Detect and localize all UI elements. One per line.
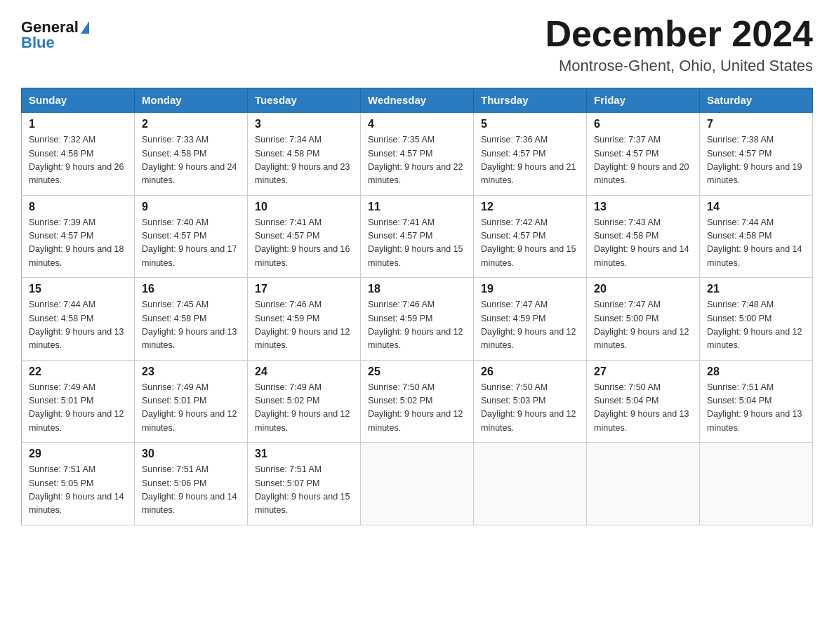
day-info: Sunrise: 7:49 AMSunset: 5:01 PMDaylight:…	[29, 381, 127, 436]
day-info: Sunrise: 7:50 AMSunset: 5:04 PMDaylight:…	[594, 381, 692, 436]
calendar-day-cell: 28Sunrise: 7:51 AMSunset: 5:04 PMDayligh…	[700, 360, 813, 443]
logo-triangle-icon	[81, 21, 89, 34]
logo-blue-text: Blue	[21, 35, 55, 51]
day-info: Sunrise: 7:38 AMSunset: 4:57 PMDaylight:…	[707, 133, 805, 188]
calendar-day-cell: 21Sunrise: 7:48 AMSunset: 5:00 PMDayligh…	[700, 278, 813, 361]
day-number: 7	[707, 118, 805, 130]
calendar-day-cell: 17Sunrise: 7:46 AMSunset: 4:59 PMDayligh…	[248, 278, 361, 361]
day-number: 21	[707, 283, 805, 295]
calendar-week-row: 29Sunrise: 7:51 AMSunset: 5:05 PMDayligh…	[22, 443, 813, 525]
day-number: 2	[142, 118, 240, 130]
calendar-day-cell: 3Sunrise: 7:34 AMSunset: 4:58 PMDaylight…	[248, 112, 361, 195]
day-info: Sunrise: 7:46 AMSunset: 4:59 PMDaylight:…	[255, 298, 353, 353]
day-info: Sunrise: 7:45 AMSunset: 4:58 PMDaylight:…	[142, 298, 240, 353]
calendar-week-row: 15Sunrise: 7:44 AMSunset: 4:58 PMDayligh…	[22, 278, 813, 361]
day-number: 6	[594, 118, 692, 130]
day-number: 18	[368, 283, 466, 295]
calendar-week-row: 1Sunrise: 7:32 AMSunset: 4:58 PMDaylight…	[22, 112, 813, 195]
calendar-table: Sunday Monday Tuesday Wednesday Thursday…	[21, 88, 813, 525]
day-number: 10	[255, 201, 353, 213]
header-wednesday: Wednesday	[361, 88, 474, 113]
calendar-day-cell	[474, 443, 587, 525]
calendar-day-cell: 11Sunrise: 7:41 AMSunset: 4:57 PMDayligh…	[361, 195, 474, 278]
day-number: 17	[255, 283, 353, 295]
day-info: Sunrise: 7:43 AMSunset: 4:58 PMDaylight:…	[594, 216, 692, 271]
calendar-day-cell: 20Sunrise: 7:47 AMSunset: 5:00 PMDayligh…	[587, 278, 700, 361]
calendar-day-cell	[587, 443, 700, 525]
day-number: 23	[142, 365, 240, 378]
day-number: 4	[368, 118, 466, 130]
day-number: 14	[707, 201, 805, 213]
day-info: Sunrise: 7:50 AMSunset: 5:02 PMDaylight:…	[368, 381, 466, 436]
calendar-day-cell	[700, 443, 813, 525]
day-number: 5	[481, 118, 579, 130]
day-info: Sunrise: 7:36 AMSunset: 4:57 PMDaylight:…	[481, 133, 579, 188]
day-info: Sunrise: 7:49 AMSunset: 5:02 PMDaylight:…	[255, 381, 353, 436]
day-info: Sunrise: 7:39 AMSunset: 4:57 PMDaylight:…	[29, 216, 127, 271]
page-header: General Blue December 2024 Montrose-Ghen…	[21, 14, 813, 75]
day-number: 9	[142, 201, 240, 213]
day-info: Sunrise: 7:47 AMSunset: 5:00 PMDaylight:…	[594, 298, 692, 353]
calendar-day-cell: 19Sunrise: 7:47 AMSunset: 4:59 PMDayligh…	[474, 278, 587, 361]
logo-general-text: General	[21, 20, 79, 35]
calendar-day-cell: 1Sunrise: 7:32 AMSunset: 4:58 PMDaylight…	[22, 112, 135, 195]
day-info: Sunrise: 7:51 AMSunset: 5:06 PMDaylight:…	[142, 463, 240, 518]
calendar-day-cell: 26Sunrise: 7:50 AMSunset: 5:03 PMDayligh…	[474, 360, 587, 443]
calendar-day-cell: 22Sunrise: 7:49 AMSunset: 5:01 PMDayligh…	[22, 360, 135, 443]
calendar-day-cell: 15Sunrise: 7:44 AMSunset: 4:58 PMDayligh…	[22, 278, 135, 361]
day-info: Sunrise: 7:44 AMSunset: 4:58 PMDaylight:…	[29, 298, 127, 353]
header-tuesday: Tuesday	[248, 88, 361, 113]
day-info: Sunrise: 7:46 AMSunset: 4:59 PMDaylight:…	[368, 298, 466, 353]
day-number: 31	[255, 448, 353, 460]
calendar-day-cell: 25Sunrise: 7:50 AMSunset: 5:02 PMDayligh…	[361, 360, 474, 443]
calendar-day-cell: 7Sunrise: 7:38 AMSunset: 4:57 PMDaylight…	[700, 112, 813, 195]
header-sunday: Sunday	[22, 88, 135, 113]
day-number: 12	[481, 201, 579, 213]
day-number: 19	[481, 283, 579, 295]
calendar-day-cell: 16Sunrise: 7:45 AMSunset: 4:58 PMDayligh…	[135, 278, 248, 361]
day-number: 29	[29, 448, 127, 460]
day-number: 15	[29, 283, 127, 295]
day-info: Sunrise: 7:32 AMSunset: 4:58 PMDaylight:…	[29, 133, 127, 188]
day-number: 3	[255, 118, 353, 130]
calendar-day-cell: 14Sunrise: 7:44 AMSunset: 4:58 PMDayligh…	[700, 195, 813, 278]
day-number: 13	[594, 201, 692, 213]
day-info: Sunrise: 7:50 AMSunset: 5:03 PMDaylight:…	[481, 381, 579, 436]
calendar-day-cell: 27Sunrise: 7:50 AMSunset: 5:04 PMDayligh…	[587, 360, 700, 443]
calendar-day-cell: 30Sunrise: 7:51 AMSunset: 5:06 PMDayligh…	[135, 443, 248, 525]
day-number: 8	[29, 201, 127, 213]
day-number: 24	[255, 365, 353, 378]
day-info: Sunrise: 7:49 AMSunset: 5:01 PMDaylight:…	[142, 381, 240, 436]
day-info: Sunrise: 7:41 AMSunset: 4:57 PMDaylight:…	[368, 216, 466, 271]
day-number: 30	[142, 448, 240, 460]
day-number: 25	[368, 365, 466, 378]
calendar-day-cell	[361, 443, 474, 525]
calendar-day-cell: 29Sunrise: 7:51 AMSunset: 5:05 PMDayligh…	[22, 443, 135, 525]
day-info: Sunrise: 7:44 AMSunset: 4:58 PMDaylight:…	[707, 216, 805, 271]
day-number: 28	[707, 365, 805, 378]
calendar-week-row: 22Sunrise: 7:49 AMSunset: 5:01 PMDayligh…	[22, 360, 813, 443]
weekday-header-row: Sunday Monday Tuesday Wednesday Thursday…	[22, 88, 813, 113]
page-subtitle: Montrose-Ghent, Ohio, United States	[545, 57, 813, 75]
day-info: Sunrise: 7:51 AMSunset: 5:05 PMDaylight:…	[29, 463, 127, 518]
calendar-week-row: 8Sunrise: 7:39 AMSunset: 4:57 PMDaylight…	[22, 195, 813, 278]
calendar-day-cell: 5Sunrise: 7:36 AMSunset: 4:57 PMDaylight…	[474, 112, 587, 195]
day-number: 26	[481, 365, 579, 378]
calendar-day-cell: 24Sunrise: 7:49 AMSunset: 5:02 PMDayligh…	[248, 360, 361, 443]
day-info: Sunrise: 7:41 AMSunset: 4:57 PMDaylight:…	[255, 216, 353, 271]
calendar-day-cell: 13Sunrise: 7:43 AMSunset: 4:58 PMDayligh…	[587, 195, 700, 278]
calendar-day-cell: 4Sunrise: 7:35 AMSunset: 4:57 PMDaylight…	[361, 112, 474, 195]
day-info: Sunrise: 7:35 AMSunset: 4:57 PMDaylight:…	[368, 133, 466, 188]
day-info: Sunrise: 7:42 AMSunset: 4:57 PMDaylight:…	[481, 216, 579, 271]
day-number: 1	[29, 118, 127, 130]
day-info: Sunrise: 7:47 AMSunset: 4:59 PMDaylight:…	[481, 298, 579, 353]
day-number: 16	[142, 283, 240, 295]
calendar-day-cell: 2Sunrise: 7:33 AMSunset: 4:58 PMDaylight…	[135, 112, 248, 195]
header-thursday: Thursday	[474, 88, 587, 113]
day-number: 27	[594, 365, 692, 378]
day-info: Sunrise: 7:34 AMSunset: 4:58 PMDaylight:…	[255, 133, 353, 188]
header-monday: Monday	[135, 88, 248, 113]
day-info: Sunrise: 7:33 AMSunset: 4:58 PMDaylight:…	[142, 133, 240, 188]
day-info: Sunrise: 7:51 AMSunset: 5:04 PMDaylight:…	[707, 381, 805, 436]
day-number: 20	[594, 283, 692, 295]
